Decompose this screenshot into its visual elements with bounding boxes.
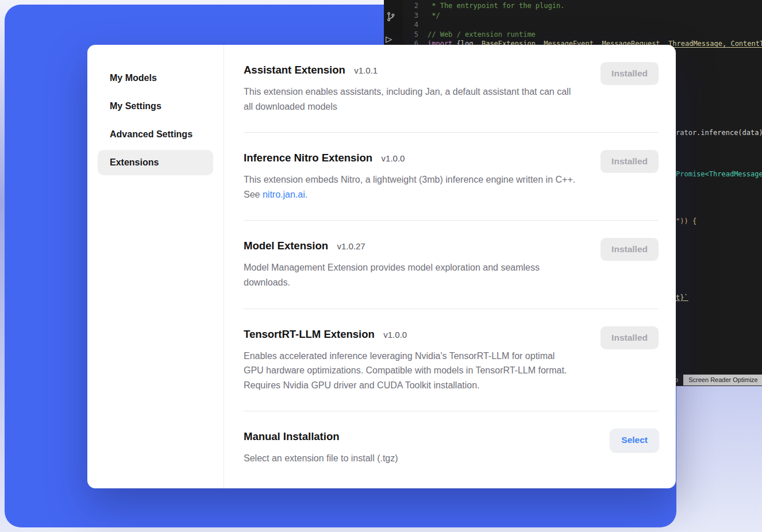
extension-title: TensortRT-LLM Extension	[244, 328, 375, 340]
extension-title: Assistant Extension	[244, 64, 345, 76]
code-line: 4	[403, 20, 762, 30]
extension-version: v1.0.0	[383, 330, 407, 340]
code-line: 3 */	[403, 11, 762, 21]
code-fragment: ")) {	[676, 217, 696, 225]
extension-item-nitro: Inference Nitro Extension v1.0.0 This ex…	[244, 133, 659, 221]
code-fragment: Promise<ThreadMessage>	[676, 170, 762, 178]
sidebar-item-advanced-settings[interactable]: Advanced Settings	[98, 122, 213, 147]
line-number: 2	[403, 1, 428, 11]
installed-button[interactable]: Installed	[601, 150, 659, 173]
nitro-jan-ai-link[interactable]: nitro.jan.ai.	[263, 190, 307, 199]
line-number: 3	[403, 11, 428, 21]
extension-item-model: Model Extension v1.0.27 Model Management…	[244, 221, 659, 309]
extension-title: Manual Installation	[244, 430, 340, 442]
code-fragment: t}`	[676, 294, 688, 302]
sidebar-item-extensions[interactable]: Extensions	[98, 150, 213, 175]
extension-title-row: Model Extension v1.0.27	[244, 238, 577, 254]
code-text: * The entrypoint for the plugin.	[428, 1, 564, 11]
installed-button[interactable]: Installed	[601, 62, 659, 85]
code-area: 2 * The entrypoint for the plugin. 3 */ …	[403, 1, 762, 49]
extension-info: Assistant Extension v1.0.1 This extensio…	[244, 62, 577, 114]
extension-title: Inference Nitro Extension	[244, 152, 372, 164]
extension-info: Model Extension v1.0.27 Model Management…	[244, 238, 577, 290]
extension-description: This extension enables assistants, inclu…	[244, 84, 577, 114]
sidebar-item-my-models[interactable]: My Models	[98, 65, 213, 91]
installed-button[interactable]: Installed	[601, 326, 659, 349]
extension-info: Inference Nitro Extension v1.0.0 This ex…	[244, 150, 577, 202]
extension-title-row: Manual Installation	[244, 429, 398, 445]
extension-title-row: TensortRT-LLM Extension v1.0.0	[244, 326, 577, 342]
extension-title-row: Inference Nitro Extension v1.0.0	[244, 150, 577, 166]
screen-reader-status-chip[interactable]: Screen Reader Optimize	[683, 375, 762, 385]
line-number: 4	[403, 20, 428, 30]
extensions-list: Assistant Extension v1.0.1 This extensio…	[224, 45, 676, 488]
extension-item-assistant: Assistant Extension v1.0.1 This extensio…	[244, 45, 659, 133]
sidebar-item-my-settings[interactable]: My Settings	[98, 94, 213, 119]
code-text: // Web / extension runtime	[428, 30, 536, 40]
extension-info: TensortRT-LLM Extension v1.0.0 Enables a…	[244, 326, 577, 393]
run-debug-icon[interactable]: ▷	[386, 32, 392, 45]
extension-title: Model Extension	[244, 240, 328, 252]
extension-description: Model Management Extension provides mode…	[244, 260, 577, 290]
installed-button[interactable]: Installed	[601, 238, 659, 261]
line-number: 5	[403, 30, 428, 40]
extension-description: Enables accelerated inference leveraging…	[244, 349, 577, 393]
code-text: */	[428, 11, 440, 21]
code-fragment: rator.inference(data));	[676, 129, 762, 137]
select-file-button[interactable]: Select	[610, 429, 659, 452]
manual-installation-item: Manual Installation Select an extension …	[244, 411, 659, 484]
extension-version: v1.0.27	[337, 241, 365, 251]
extension-description: Select an extension file to install (.tg…	[244, 451, 398, 466]
extension-title-row: Assistant Extension v1.0.1	[244, 62, 577, 78]
extension-description: This extension embeds Nitro, a lightweig…	[244, 172, 577, 202]
code-line: 5 // Web / extension runtime	[403, 30, 762, 40]
extension-version: v1.0.0	[382, 153, 405, 163]
settings-sidebar: My Models My Settings Advanced Settings …	[87, 45, 224, 488]
code-line: 2 * The entrypoint for the plugin.	[403, 1, 762, 11]
source-control-icon[interactable]	[386, 11, 396, 22]
extension-version: v1.0.1	[354, 65, 378, 75]
extension-info: Manual Installation Select an extension …	[244, 429, 398, 466]
settings-modal: My Models My Settings Advanced Settings …	[87, 45, 676, 488]
extension-item-tensorrt: TensortRT-LLM Extension v1.0.0 Enables a…	[244, 309, 659, 412]
